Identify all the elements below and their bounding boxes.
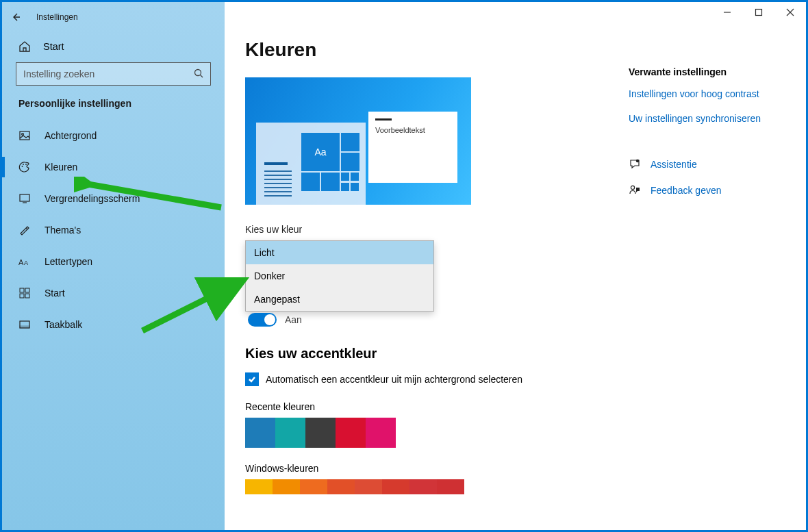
swatch[interactable] bbox=[327, 479, 355, 494]
swatch[interactable] bbox=[273, 479, 300, 494]
accent-heading: Kies uw accentkleur bbox=[245, 346, 601, 362]
sidebar-item-start[interactable]: Start bbox=[2, 277, 225, 309]
svg-text:A: A bbox=[18, 258, 24, 266]
swatch[interactable] bbox=[245, 479, 273, 494]
sidebar-item-achtergrond[interactable]: Achtergrond bbox=[2, 120, 225, 151]
color-option-donker[interactable]: Donker bbox=[246, 264, 433, 288]
swatch[interactable] bbox=[382, 479, 409, 494]
help-label: Assistentie bbox=[651, 159, 697, 170]
feedback-icon bbox=[629, 184, 641, 197]
sidebar-item-label: Start bbox=[45, 288, 65, 299]
sidebar-item-label: Lettertypen bbox=[45, 256, 92, 267]
sidebar-item-taakbalk[interactable]: Taakbalk bbox=[2, 309, 225, 340]
svg-point-0 bbox=[195, 69, 201, 75]
color-option-licht[interactable]: Licht bbox=[246, 241, 433, 264]
swatch[interactable] bbox=[355, 479, 382, 494]
svg-rect-6 bbox=[20, 194, 29, 201]
windows-colors bbox=[245, 479, 601, 494]
auto-accent-checkbox[interactable] bbox=[245, 372, 259, 386]
sidebar-item-label: Taakbalk bbox=[45, 319, 82, 330]
sidebar-item-themas[interactable]: Thema's bbox=[2, 214, 225, 246]
swatch[interactable] bbox=[245, 418, 275, 448]
back-icon[interactable] bbox=[10, 12, 21, 23]
themes-icon bbox=[18, 224, 31, 236]
transparency-toggle[interactable] bbox=[248, 313, 277, 327]
search-placeholder: Instelling zoeken bbox=[23, 68, 94, 79]
lockscreen-icon bbox=[18, 192, 31, 205]
home-label: Start bbox=[43, 41, 64, 52]
main-content: Kleuren Aa bbox=[225, 2, 806, 530]
window-title: Instellingen bbox=[36, 12, 78, 22]
sidebar-item-lettertypen[interactable]: AA Lettertypen bbox=[2, 246, 225, 277]
color-option-aangepast[interactable]: Aangepast bbox=[246, 288, 433, 311]
svg-rect-9 bbox=[20, 288, 24, 292]
sidebar-item-label: Thema's bbox=[45, 225, 81, 236]
home-icon bbox=[18, 40, 31, 53]
minimize-button[interactable] bbox=[711, 2, 743, 23]
svg-point-3 bbox=[22, 166, 23, 167]
palette-icon bbox=[18, 161, 31, 173]
home-button[interactable]: Start bbox=[2, 28, 225, 62]
swatch[interactable] bbox=[336, 418, 366, 448]
svg-point-17 bbox=[631, 186, 634, 189]
maximize-button[interactable] bbox=[743, 2, 774, 23]
sidebar-item-label: Achtergrond bbox=[45, 130, 97, 141]
start-icon bbox=[18, 287, 31, 299]
svg-point-2 bbox=[22, 134, 24, 136]
fonts-icon: AA bbox=[18, 255, 31, 268]
choose-color-label: Kies uw kleur bbox=[245, 224, 601, 235]
swatch[interactable] bbox=[300, 479, 327, 494]
recent-colors-label: Recente kleuren bbox=[245, 401, 601, 412]
swatch[interactable] bbox=[305, 418, 336, 448]
theme-preview: Aa Vo bbox=[245, 77, 471, 205]
svg-text:A: A bbox=[24, 259, 28, 266]
svg-point-5 bbox=[25, 164, 27, 165]
recent-colors bbox=[245, 418, 601, 448]
svg-point-4 bbox=[23, 164, 24, 165]
svg-rect-12 bbox=[25, 294, 29, 298]
sidebar-item-label: Kleuren bbox=[45, 162, 77, 173]
toggle-state-label: Aan bbox=[285, 314, 302, 325]
windows-colors-label: Windows-kleuren bbox=[245, 463, 601, 474]
swatch[interactable] bbox=[275, 418, 305, 448]
taskbar-icon bbox=[18, 318, 31, 331]
related-link-contrast[interactable]: Instellingen voor hoog contrast bbox=[629, 88, 806, 99]
help-feedback[interactable]: Feedback geven bbox=[629, 184, 806, 197]
svg-rect-14 bbox=[20, 326, 29, 328]
picture-icon bbox=[18, 129, 31, 142]
swatch[interactable] bbox=[409, 479, 437, 494]
chat-icon bbox=[629, 158, 641, 170]
close-button[interactable] bbox=[774, 2, 806, 23]
help-label: Feedback geven bbox=[651, 185, 722, 196]
sidebar-item-vergrendelingsscherm[interactable]: Vergrendelingsscherm bbox=[2, 183, 225, 214]
preview-sample-text: Voorbeeldtekst bbox=[375, 126, 425, 134]
swatch[interactable] bbox=[366, 418, 396, 448]
sidebar-item-label: Vergrendelingsscherm bbox=[45, 193, 140, 204]
svg-point-16 bbox=[636, 160, 639, 162]
swatch[interactable] bbox=[437, 479, 464, 494]
titlebar-left: Instellingen bbox=[2, 6, 225, 28]
svg-rect-11 bbox=[20, 294, 24, 298]
auto-accent-row[interactable]: Automatisch een accentkleur uit mijn ach… bbox=[245, 372, 601, 386]
help-assistentie[interactable]: Assistentie bbox=[629, 158, 806, 170]
preview-tile-text: Aa bbox=[301, 133, 340, 171]
search-icon bbox=[194, 68, 203, 80]
sidebar: Instellingen Start Instelling zoeken Per… bbox=[2, 2, 225, 530]
page-title: Kleuren bbox=[245, 39, 601, 61]
auto-accent-label: Automatisch een accentkleur uit mijn ach… bbox=[266, 374, 522, 385]
window-controls bbox=[711, 2, 806, 23]
svg-rect-15 bbox=[756, 10, 762, 16]
svg-rect-1 bbox=[20, 131, 29, 140]
color-mode-dropdown[interactable]: Licht Donker Aangepast bbox=[245, 240, 434, 312]
search-input[interactable]: Instelling zoeken bbox=[16, 62, 211, 86]
sidebar-item-kleuren[interactable]: Kleuren bbox=[2, 151, 225, 183]
related-link-sync[interactable]: Uw instellingen synchroniseren bbox=[629, 113, 806, 124]
related-heading: Verwante instellingen bbox=[629, 66, 806, 77]
svg-rect-10 bbox=[25, 288, 29, 292]
sidebar-section-label: Persoonlijke instellingen bbox=[2, 98, 225, 120]
